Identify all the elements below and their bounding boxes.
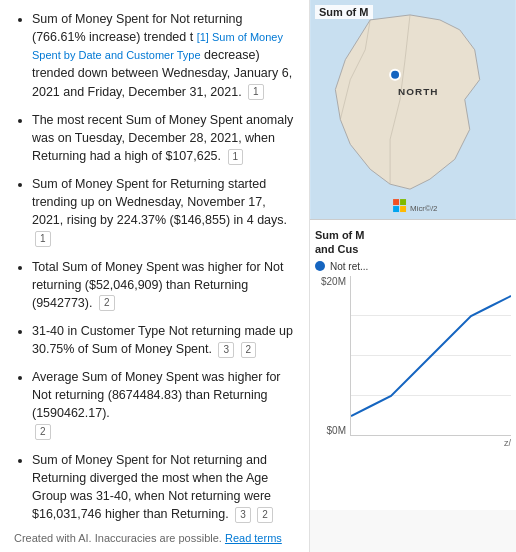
legend-item-not-returning: Not ret... — [315, 261, 511, 272]
bullet-text-3: Sum of Money Spent for Returning started… — [32, 177, 287, 227]
y-axis-labels: $20M $0M — [315, 276, 350, 436]
bullet-text-6: Average Sum of Money Spent was higher fo… — [32, 370, 281, 420]
map-area: Sum of M NORTH Micr©/2 — [310, 0, 516, 220]
bullet-text-2: The most recent Sum of Money Spent anoma… — [32, 113, 293, 163]
badge-4: 2 — [99, 295, 115, 311]
north-text: NORTH — [398, 86, 438, 97]
bullet-text-4: Total Sum of Money Spent was higher for … — [32, 260, 284, 310]
left-panel: Sum of Money Spent for Not returning (76… — [0, 0, 310, 552]
svg-rect-5 — [400, 206, 406, 212]
badge-7b: 2 — [257, 507, 273, 523]
read-terms-link[interactable]: Read terms — [225, 532, 282, 544]
list-item: 31-40 in Customer Type Not returning mad… — [32, 322, 295, 358]
y-label-bottom: $0M — [315, 425, 346, 436]
chart-svg — [351, 276, 511, 436]
map-dot — [390, 70, 400, 80]
badge-7a: 3 — [235, 507, 251, 523]
footer: Created with AI. Inaccuracies are possib… — [14, 532, 282, 544]
badge-3: 1 — [35, 231, 51, 247]
badge-5a: 3 — [218, 342, 234, 358]
list-item: Average Sum of Money Spent was higher fo… — [32, 368, 295, 441]
chart-area: Sum of Mand Cus Not ret... $20M $0M — [310, 220, 516, 510]
chart-bars-area — [350, 276, 511, 436]
svg-rect-4 — [393, 206, 399, 212]
main-container: Sum of Money Spent for Not returning (76… — [0, 0, 516, 552]
insights-list: Sum of Money Spent for Not returning (76… — [14, 10, 295, 523]
chart-title: Sum of Mand Cus — [315, 228, 510, 257]
right-panel: Sum of M NORTH Micr©/2 — [310, 0, 516, 552]
map-title: Sum of M — [315, 5, 373, 19]
chart-row: $20M $0M — [315, 276, 511, 436]
legend-label-not-returning: Not ret... — [330, 261, 368, 272]
list-item: Sum of Money Spent for Not returning (76… — [32, 10, 295, 101]
list-item: The most recent Sum of Money Spent anoma… — [32, 111, 295, 165]
svg-rect-2 — [393, 199, 399, 205]
footer-static-text: Created with AI. Inaccuracies are possib… — [14, 532, 222, 544]
svg-rect-3 — [400, 199, 406, 205]
badge-2: 1 — [228, 149, 244, 165]
y-label-top: $20M — [315, 276, 346, 287]
badge-5b: 2 — [241, 342, 257, 358]
list-item: Sum of Money Spent for Not returning and… — [32, 451, 295, 524]
svg-text:Micr©/2: Micr©/2 — [410, 204, 438, 213]
x-axis-labels: z/ — [354, 438, 511, 448]
list-item: Sum of Money Spent for Returning started… — [32, 175, 295, 248]
badge-1: 1 — [248, 84, 264, 100]
x-label-right: z/ — [504, 438, 511, 448]
list-item: Total Sum of Money Spent was higher for … — [32, 258, 295, 312]
map-svg: NORTH Micr©/2 — [310, 0, 516, 219]
badge-6: 2 — [35, 424, 51, 440]
legend-dot-not-returning — [315, 261, 325, 271]
